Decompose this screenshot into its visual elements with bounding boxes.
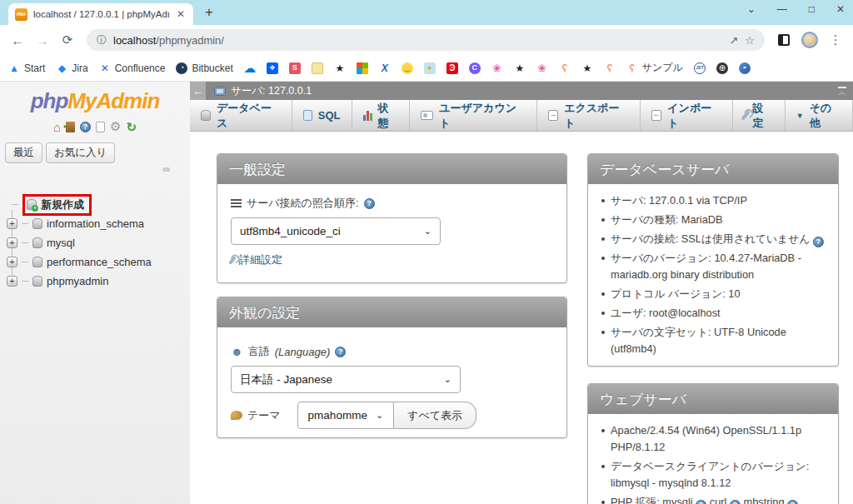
forward-icon[interactable]: → <box>32 33 53 47</box>
bouquet-icon: ❀ <box>536 62 548 74</box>
favorites-button[interactable]: お気に入り <box>46 142 115 163</box>
collation-select[interactable]: utf8mb4_unicode_ci ⌄ <box>231 217 441 245</box>
view-all-themes-button[interactable]: すべて表示 <box>394 402 476 429</box>
new-tab-button[interactable]: + <box>205 4 213 21</box>
reload-icon[interactable]: ⟳ <box>57 32 78 47</box>
profile-avatar[interactable] <box>801 32 818 48</box>
expand-icon[interactable]: + <box>7 237 17 248</box>
language-select[interactable]: 日本語 - Japanese ⌄ <box>231 366 461 393</box>
note-icon <box>312 62 323 74</box>
bookmark-red-swirl[interactable]: Ͽ <box>446 62 458 74</box>
tree-item-new-database[interactable]: 新規作成 <box>7 195 190 214</box>
url-text[interactable]: localhost/phpmyadmin/ <box>113 34 722 47</box>
help-icon[interactable]: ? <box>787 500 798 504</box>
tab-settings[interactable]: 設定 <box>733 100 786 131</box>
tab-import[interactable]: ←インポート <box>641 100 733 131</box>
collapse-top-icon[interactable]: ︿ <box>838 87 846 96</box>
bookmark-c-app[interactable]: C <box>469 62 481 74</box>
back-icon[interactable]: ← <box>7 33 28 47</box>
window-minimize-icon[interactable]: — <box>777 3 787 15</box>
bookmark-blue-app[interactable]: ◓ <box>739 62 751 74</box>
bookmark-star1[interactable]: ★ <box>334 62 346 74</box>
settings-gear-icon[interactable]: ⚙ <box>110 121 121 133</box>
bookmark-sample[interactable]: ʕサンプル <box>626 61 683 75</box>
query-window-icon[interactable] <box>96 122 105 132</box>
bookmark-x[interactable]: X <box>379 62 391 74</box>
database-icon <box>32 276 42 287</box>
tree-item-database[interactable]: + phpmyadmin <box>7 272 190 291</box>
bookmark-smiley[interactable]: ‿ <box>402 62 413 74</box>
atlassian-icon: ▲ <box>8 62 20 74</box>
browser-toolbar: ← → ⟳ ⓘ localhost/phpmyadmin/ ↗ ☆ ⋮ <box>0 25 853 55</box>
tab-export[interactable]: →エクスポート <box>537 100 641 131</box>
side-panel-icon[interactable] <box>778 34 790 46</box>
bookmark-star2[interactable]: ★ <box>514 62 526 74</box>
bookmark-star-icon[interactable]: ☆ <box>745 34 755 47</box>
server-breadcrumb[interactable]: サーバ: 127.0.0.1 <box>231 84 312 98</box>
tab-status[interactable]: 状態 <box>352 100 411 131</box>
bookmark-bouquet1[interactable]: ❀ <box>491 62 503 74</box>
smiley-icon: ‿ <box>402 62 413 74</box>
bookmark-swirl2[interactable]: ʕ <box>604 62 616 74</box>
help-icon[interactable]: ? <box>730 500 741 504</box>
window-dropdown-icon[interactable]: ⌄ <box>747 3 756 15</box>
microsoft-icon <box>357 62 368 74</box>
help-icon[interactable]: ? <box>813 237 824 247</box>
reload-navigation-icon[interactable]: ↻ <box>126 121 137 133</box>
bookmark-jira[interactable]: ◆Jira <box>56 62 87 74</box>
bookmark-train[interactable]: ● <box>424 62 436 74</box>
train-icon: ● <box>424 62 436 74</box>
expand-icon[interactable]: + <box>7 257 17 267</box>
bookmark-star3[interactable]: ★ <box>581 62 593 74</box>
theme-select[interactable]: pmahomme ⌄ <box>297 402 395 429</box>
bookmark-s-app[interactable]: S <box>289 62 301 74</box>
tab-user-accounts[interactable]: ユーザアカウント <box>410 100 536 131</box>
tree-branch-line <box>22 242 28 243</box>
c-icon: C <box>469 62 481 74</box>
list-item: サーバの種類: MariaDB <box>600 212 826 228</box>
tree-item-database[interactable]: + information_schema <box>7 214 190 233</box>
phpmyadmin-logo[interactable]: phpMyAdmin <box>0 82 190 114</box>
theme-palette-icon <box>231 411 242 420</box>
bookmark-onedrive[interactable]: ☁ <box>244 62 256 74</box>
bookmark-start[interactable]: ▲Start <box>8 62 45 74</box>
menu-dots-icon[interactable]: ⋮ <box>825 32 846 47</box>
address-bar[interactable]: ⓘ localhost/phpmyadmin/ ↗ ☆ <box>87 29 765 51</box>
blue-app-icon: ◓ <box>739 62 751 74</box>
help-icon[interactable]: ? <box>80 122 91 132</box>
bookmark-note[interactable] <box>312 62 323 74</box>
tab-databases[interactable]: データベース <box>190 100 292 131</box>
more-settings-link[interactable]: 詳細設定 <box>239 252 282 267</box>
browser-tab[interactable]: PMA localhost / 127.0.0.1 | phpMyAdm ✕ <box>8 3 193 25</box>
share-icon[interactable]: ↗ <box>729 34 738 47</box>
tree-item-database[interactable]: + performance_schema <box>7 252 190 272</box>
home-icon[interactable]: ⌂ <box>53 121 61 133</box>
window-maximize-icon[interactable]: □ <box>809 3 815 15</box>
bookmark-confluence[interactable]: ✕Confluence <box>99 62 166 74</box>
logout-icon[interactable] <box>66 122 75 132</box>
site-info-icon[interactable]: ⓘ <box>97 33 107 47</box>
tab-close-icon[interactable]: ✕ <box>175 8 187 20</box>
bookmark-dropbox[interactable]: ❖ <box>267 62 278 74</box>
expand-icon[interactable]: + <box>7 218 17 229</box>
link-icon[interactable]: ∞ <box>162 163 170 175</box>
bookmark-microsoft[interactable] <box>357 62 368 74</box>
bookmark-bitbucket[interactable]: ◔Bitbucket <box>176 62 232 74</box>
recent-button[interactable]: 最近 <box>5 142 42 163</box>
help-icon[interactable]: ? <box>364 198 375 209</box>
help-icon[interactable]: ? <box>335 347 346 357</box>
tree-item-database[interactable]: + mysql <box>7 233 190 252</box>
appearance-settings-panel: 外観の設定 ☻ 言語 (Language) ? 日本語 - Japanese ⌄ <box>217 297 567 438</box>
help-icon[interactable]: ? <box>696 500 706 504</box>
new-database-icon <box>27 199 37 210</box>
bookmark-jst[interactable]: JST <box>694 62 706 74</box>
jst-icon: JST <box>694 62 706 74</box>
expand-icon[interactable]: + <box>7 276 17 287</box>
bookmark-bouquet2[interactable]: ❀ <box>536 62 548 74</box>
window-close-icon[interactable]: ✕ <box>836 3 845 15</box>
tab-more[interactable]: ▼その他 <box>786 100 853 131</box>
tab-sql[interactable]: SQL <box>292 100 352 131</box>
bookmark-globe[interactable]: ⊕ <box>716 62 728 74</box>
collapse-sidebar-icon[interactable]: ← <box>190 82 206 100</box>
bookmark-swirl1[interactable]: ʕ <box>559 62 571 74</box>
